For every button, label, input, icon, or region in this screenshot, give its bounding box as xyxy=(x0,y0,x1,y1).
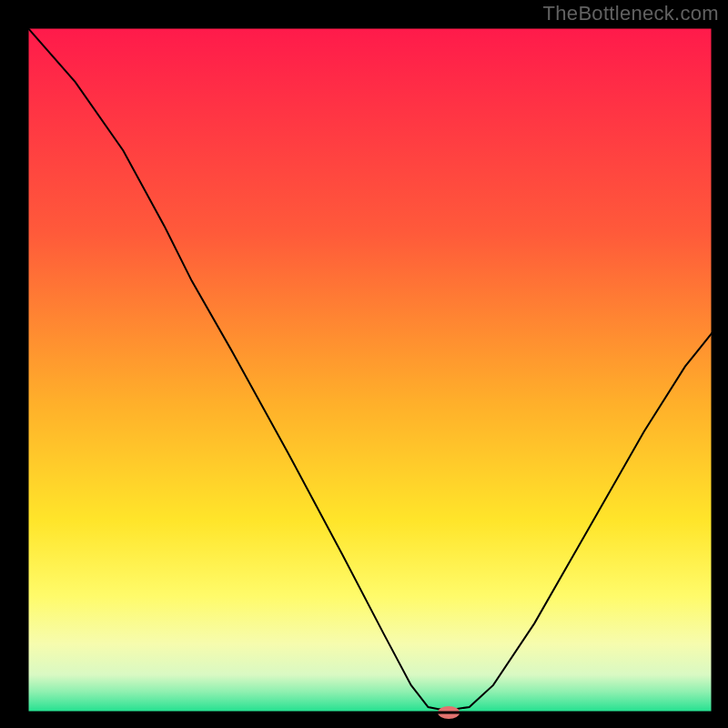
bottleneck-chart xyxy=(0,0,728,728)
attribution-text: TheBottleneck.com xyxy=(543,2,719,25)
gradient-background xyxy=(27,27,713,713)
chart-frame: TheBottleneck.com xyxy=(0,0,728,728)
